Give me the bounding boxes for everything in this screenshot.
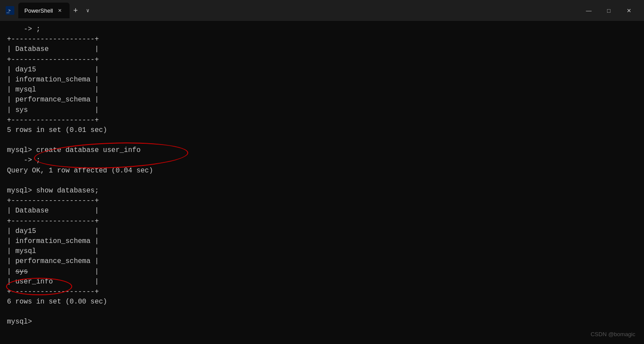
minimize-button[interactable]: — (579, 3, 599, 17)
terminal-line (7, 176, 637, 186)
terminal-line: | performance_schema | (7, 256, 637, 266)
terminal-line: | sys | (7, 267, 637, 277)
terminal-output[interactable]: -> ; +--------------------+ | Database |… (0, 21, 644, 344)
watermark: CSDN @bomagic (591, 331, 635, 339)
terminal-line: | sys | (7, 105, 637, 115)
tab-label: PowerShell (24, 7, 53, 14)
terminal-line: | mysql | (7, 85, 637, 95)
window-controls: — □ ✕ (579, 3, 639, 17)
terminal-line: +--------------------+ (7, 216, 637, 226)
terminal-prompt: mysql> (7, 317, 637, 327)
highlight-ellipse-user-info (6, 278, 72, 295)
close-button[interactable]: ✕ (619, 3, 639, 17)
app-icon: _ > (5, 6, 15, 15)
terminal-line (7, 307, 637, 317)
terminal-line: +--------------------+ (7, 115, 637, 125)
terminal-line: 6 rows in set (0.00 sec) (7, 297, 637, 307)
powershell-window: _ > PowerShell ✕ + ∨ — □ ✕ -> ; +-------… (0, 0, 644, 344)
terminal-line: | information_schema | (7, 75, 637, 85)
terminal-line: | day15 | (7, 65, 637, 75)
terminal-line: +--------------------+ (7, 196, 637, 206)
terminal-line: | information_schema | (7, 236, 637, 246)
terminal-line: +--------------------+ (7, 287, 637, 297)
terminal-line: -> ; (7, 24, 637, 34)
maximize-button[interactable]: □ (599, 3, 619, 17)
tab-dropdown-button[interactable]: ∨ (82, 4, 94, 17)
tab-close-button[interactable]: ✕ (57, 7, 63, 14)
new-tab-button[interactable]: + (70, 4, 82, 17)
terminal-line: | mysql | (7, 246, 637, 256)
terminal-line: | day15 | (7, 226, 637, 236)
titlebar: _ > PowerShell ✕ + ∨ — □ ✕ (0, 0, 644, 21)
tab-powershell[interactable]: PowerShell ✕ (18, 3, 70, 18)
terminal-line: +--------------------+ (7, 55, 637, 65)
terminal-line: | performance_schema | (7, 95, 637, 105)
terminal-line: | Database | (7, 206, 637, 216)
terminal-line: mysql> show databases; (7, 186, 637, 196)
terminal-line: +--------------------+ (7, 34, 637, 44)
terminal-line: 5 rows in set (0.01 sec) (7, 125, 637, 135)
terminal-line-user-info: | user_info | (7, 277, 637, 287)
terminal-line: | Database | (7, 44, 637, 54)
svg-text:>: > (8, 9, 10, 13)
